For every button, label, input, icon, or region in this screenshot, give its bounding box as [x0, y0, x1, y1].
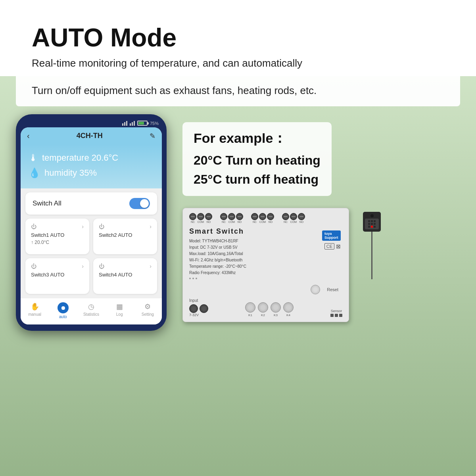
terminal-no-3 — [267, 213, 274, 220]
nav-log-label: Log — [116, 312, 123, 317]
switch3-name: Switch3 AUTO — [31, 272, 84, 278]
terminal-nc-2 — [220, 213, 227, 220]
sensor-dot-1 — [330, 314, 334, 317]
input-label: Input — [189, 298, 198, 303]
switch-card-1[interactable]: ⏻ › Switch1 AUTO ↑ 20.0°C — [25, 219, 89, 254]
example-line2: 25°C turn off heating — [194, 170, 321, 189]
switch2-arrow-icon: › — [150, 223, 152, 230]
switch2-name: Switch2 AUTO — [99, 232, 152, 238]
input-terminal-1 — [189, 304, 198, 313]
sensor-body — [363, 212, 381, 232]
statistics-icon: ◷ — [88, 302, 94, 311]
switch3-arrow-icon: › — [82, 263, 84, 269]
k2-button[interactable] — [258, 302, 268, 313]
weather-display: 🌡 temperature 20.6°C 💧 humidity 35% — [21, 144, 162, 188]
nav-auto-label: auto — [59, 315, 67, 319]
terminal-group-4: NC COM NO — [282, 213, 305, 223]
terminal-row: NC COM NO — [189, 213, 342, 223]
phone-status-bar: 75% — [21, 121, 162, 127]
sensor-label: Sensor — [331, 309, 342, 313]
tuya-badge: tuya Support — [322, 230, 341, 241]
k2-label: K2 — [258, 313, 268, 317]
device-wifi: Wi-Fi: 2.4Ghz b/g/n+Bluetooth — [189, 257, 316, 263]
device-info: Smart Switch Model: TYTHWB4CH-B1RF Input… — [189, 227, 342, 276]
terminal-com-3 — [259, 213, 266, 220]
switch-card-2[interactable]: ⏻ › Switch2 AUTO — [93, 219, 157, 254]
input-terminals — [189, 304, 208, 313]
page-description-line2: Turn on/off equipment such as exhaust fa… — [32, 83, 444, 98]
switch-card-3[interactable]: ⏻ › Switch3 AUTO — [25, 258, 89, 294]
switch-all-row: Switch All — [25, 192, 157, 215]
terminal-group-1: NC COM NO — [189, 213, 212, 223]
humidity-value: humidity 35% — [44, 168, 97, 178]
k1-button[interactable] — [245, 302, 255, 313]
device-input: Input: DC 7-32V or USB 5V — [189, 244, 316, 251]
terminal-nc-3 — [251, 213, 258, 220]
terminal-group-2: NC COM NO — [220, 213, 243, 223]
sensor-grid — [365, 219, 379, 229]
device-brand: Smart Switch — [189, 227, 316, 236]
terminal-com-4 — [290, 213, 297, 220]
reset-label: Reset — [327, 287, 338, 292]
nav-auto[interactable]: ⏺ auto — [52, 302, 74, 319]
k1-label: K1 — [245, 313, 255, 317]
switch1-temp: ↑ 20.0°C — [31, 240, 84, 245]
smart-switch-device: NC COM NO — [182, 208, 349, 322]
nav-log[interactable]: ▦ Log — [109, 302, 131, 319]
sensor-cable — [371, 232, 372, 279]
humidity-icon: 💧 — [29, 167, 40, 178]
temperature-value: temperature 20.6°C — [42, 153, 118, 163]
k4-button[interactable] — [283, 302, 294, 313]
sensor-terminals — [330, 314, 342, 317]
nav-setting-label: Setting — [142, 312, 154, 317]
k3-button[interactable] — [271, 302, 281, 313]
example-line1: 20°C Turn on heating — [194, 151, 321, 170]
right-content: For example： 20°C Turn on heating 25°C t… — [182, 114, 460, 322]
switch-all-toggle[interactable] — [129, 198, 150, 209]
switch3-icon: ⏻ — [31, 263, 36, 269]
terminal-no-2 — [236, 213, 243, 220]
manual-icon: ✋ — [31, 302, 39, 311]
switch-grid: ⏻ › Switch1 AUTO ↑ 20.0°C ⏻ › Switch2 AU… — [21, 219, 162, 298]
sensor-lens — [370, 214, 374, 217]
switch1-name: Switch1 AUTO — [31, 232, 84, 238]
main-layout: 75% ‹ 4CH-TH ✎ 🌡 temperature 20.6°C 💧 — [16, 114, 460, 331]
toggle-knob — [140, 199, 149, 208]
sensor-dot-3 — [339, 314, 342, 317]
device-container: NC COM NO — [182, 208, 349, 322]
dots-pattern — [189, 276, 342, 281]
auto-icon: ⏺ — [58, 302, 69, 313]
device-temp-range: Temperature range: -20°C~80°C — [189, 263, 316, 270]
device-bottom: Input 7-32V — [189, 298, 342, 317]
battery-percent: 75% — [150, 121, 159, 126]
reset-area: — Reset — [189, 285, 342, 294]
phone-screen: ‹ 4CH-TH ✎ 🌡 temperature 20.6°C 💧 humidi… — [21, 127, 162, 324]
device-radio: Radio Frequency: 433Mhz — [189, 270, 316, 276]
phone-app-title: 4CH-TH — [77, 132, 103, 140]
terminal-nc-4 — [282, 213, 289, 220]
nav-manual[interactable]: ✋ manual — [24, 302, 46, 319]
example-title: For example： — [194, 129, 321, 148]
nav-setting[interactable]: ⚙ Setting — [137, 302, 159, 319]
nav-statistics-label: Statistics — [83, 312, 99, 317]
switch1-arrow-icon: › — [82, 223, 84, 230]
voltage-label: 7-32V — [189, 313, 199, 317]
terminal-com-2 — [228, 213, 235, 220]
switch2-icon: ⏻ — [99, 223, 104, 230]
switch-card-4[interactable]: ⏻ › Switch4 AUTO — [93, 258, 157, 294]
sensor-dot-2 — [335, 314, 338, 317]
device-badges: tuya Support CE ⊠ — [321, 227, 342, 251]
back-arrow-icon[interactable]: ‹ — [27, 131, 30, 140]
bottom-navigation: ✋ manual ⏺ auto ◷ Statistics ▦ Log — [21, 298, 162, 324]
switch1-icon: ⏻ — [31, 223, 36, 230]
switch4-name: Switch4 AUTO — [99, 272, 152, 278]
terminal-no-4 — [298, 213, 305, 220]
phone-mockup: 75% ‹ 4CH-TH ✎ 🌡 temperature 20.6°C 💧 — [16, 114, 167, 331]
page-title: AUTO Mode — [32, 24, 444, 52]
rohs-icon: ⊠ — [336, 243, 341, 250]
edit-icon[interactable]: ✎ — [150, 132, 155, 140]
nav-statistics[interactable]: ◷ Statistics — [80, 302, 102, 319]
reset-button[interactable] — [311, 285, 320, 294]
k-labels: K1 K2 K3 K4 — [245, 313, 294, 317]
signal-icon — [122, 121, 135, 126]
